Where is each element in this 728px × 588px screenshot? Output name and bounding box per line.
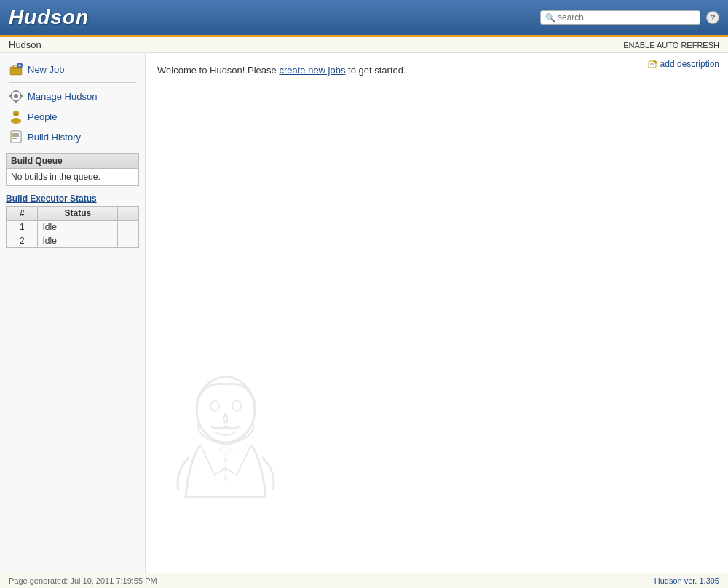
svg-text:+: + (18, 63, 21, 68)
footer: Page generated: Jul 10, 2011 7:19:55 PM … (0, 573, 728, 588)
svg-rect-9 (20, 95, 23, 97)
new-job-label: New Job (28, 64, 65, 75)
executor-row-status: Idle (38, 234, 118, 248)
breadcrumb-link[interactable]: Hudson (9, 39, 41, 50)
layout: + New Job Manage Hudson (0, 53, 728, 588)
build-history-icon (9, 130, 23, 144)
welcome-after: to get started. (345, 65, 405, 76)
sidebar-item-build-history[interactable]: Build History (0, 127, 145, 147)
sub-header: Hudson ENABLE AUTO REFRESH (0, 37, 728, 53)
executor-row: 2Idle (7, 234, 139, 248)
sidebar-item-people[interactable]: People (0, 106, 145, 127)
search-box[interactable]: 🔍 (540, 10, 700, 25)
app-title: Hudson (9, 6, 89, 29)
sidebar-item-new-job[interactable]: + New Job (0, 59, 145, 79)
executor-col-status: Status (38, 207, 118, 220)
edit-icon (648, 59, 658, 69)
executor-row-extra (118, 220, 139, 234)
welcome-text: Welcome to Hudson! Please create new job… (157, 65, 716, 76)
svg-rect-14 (11, 131, 21, 143)
manage-icon (9, 89, 23, 103)
new-job-icon: + (9, 62, 23, 76)
svg-point-11 (11, 118, 21, 124)
add-description-label: add description (660, 59, 719, 69)
sidebar-item-manage-hudson[interactable]: Manage Hudson (0, 86, 145, 106)
executor-row-status: Idle (38, 220, 118, 234)
sidebar: + New Job Manage Hudson (0, 53, 146, 588)
page-generated-text: Page generated: Jul 10, 2011 7:19:55 PM (9, 576, 157, 585)
build-history-label: Build History (28, 132, 81, 143)
header-right: 🔍 ? (540, 10, 719, 25)
executor-tbody: 1Idle2Idle (7, 220, 139, 248)
executor-status-title[interactable]: Build Executor Status (6, 191, 139, 206)
svg-rect-7 (15, 100, 17, 103)
svg-point-30 (224, 459, 227, 462)
people-icon (9, 109, 23, 124)
add-description-button[interactable]: add description (648, 59, 719, 69)
svg-point-20 (12, 138, 13, 139)
executor-row-num: 2 (7, 234, 38, 248)
sidebar-divider (9, 82, 136, 83)
svg-point-25 (197, 377, 255, 442)
breadcrumb[interactable]: Hudson (9, 39, 41, 50)
svg-point-27 (232, 401, 241, 411)
search-input[interactable] (558, 12, 695, 23)
svg-rect-8 (9, 95, 12, 97)
svg-point-32 (224, 477, 227, 480)
search-icon: 🔍 (545, 13, 555, 23)
executor-row: 1Idle (7, 220, 139, 234)
help-icon[interactable]: ? (706, 11, 719, 24)
create-new-jobs-link[interactable]: create new jobs (279, 65, 345, 76)
enable-auto-refresh-button[interactable]: ENABLE AUTO REFRESH (623, 41, 719, 49)
welcome-before: Welcome to Hudson! Please (157, 65, 279, 76)
executor-col-extra (118, 207, 139, 220)
manage-hudson-label: Manage Hudson (28, 91, 97, 102)
executor-section: Build Executor Status # Status 1Idle2Idl… (6, 191, 139, 248)
mascot-watermark (153, 366, 298, 570)
svg-point-10 (13, 111, 19, 116)
executor-col-num: # (7, 207, 38, 220)
version-link[interactable]: Hudson ver. 1.395 (654, 576, 719, 585)
svg-rect-6 (15, 90, 17, 92)
svg-point-13 (17, 113, 18, 114)
svg-point-5 (14, 94, 18, 98)
svg-point-18 (12, 133, 13, 135)
executor-row-num: 1 (7, 220, 38, 234)
people-label: People (28, 111, 57, 122)
svg-point-31 (224, 468, 227, 471)
build-queue-header: Build Queue (6, 153, 139, 168)
build-queue-section: Build Queue No builds in the queue. (6, 153, 139, 186)
svg-point-19 (12, 135, 13, 137)
header: Hudson 🔍 ? (0, 0, 728, 37)
svg-point-12 (15, 113, 16, 114)
executor-row-extra (118, 234, 139, 248)
executor-table: # Status 1Idle2Idle (6, 206, 139, 248)
main-content: add description Welcome to Hudson! Pleas… (146, 53, 728, 588)
svg-marker-28 (218, 446, 233, 453)
build-queue-body: No builds in the queue. (6, 168, 139, 186)
svg-point-26 (210, 401, 219, 411)
